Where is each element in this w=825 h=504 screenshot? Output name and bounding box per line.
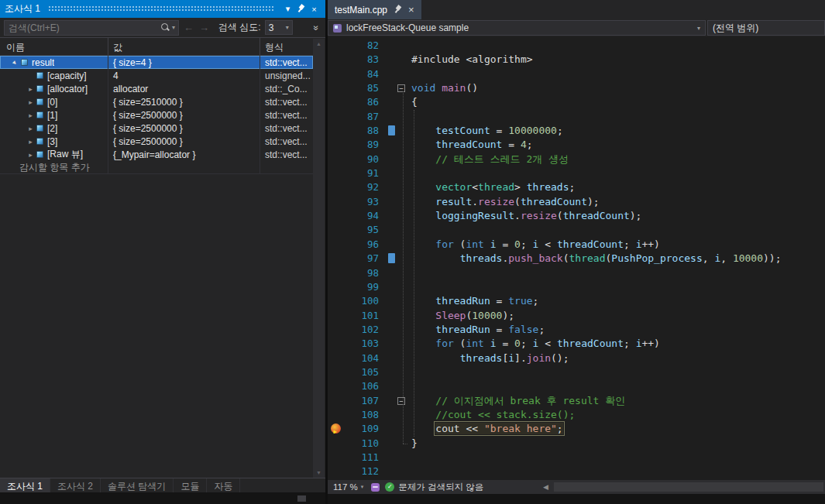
variable-icon (36, 98, 43, 105)
code-line[interactable]: 82 (328, 39, 825, 53)
close-icon[interactable]: × (408, 4, 414, 15)
current-statement-icon[interactable] (331, 423, 341, 434)
expand-arrow-icon[interactable]: ▸ (26, 151, 35, 159)
column-header-value[interactable]: 값 (108, 38, 260, 55)
margin-spacer (379, 223, 387, 237)
fold-margin (397, 67, 408, 81)
search-input[interactable] (5, 22, 160, 33)
code-text: loggingResult.resize(threadCount); (408, 209, 825, 223)
change-marker-icon (388, 253, 395, 263)
change-margin (387, 266, 397, 280)
watch-column-headers: 이름 값 형식 (0, 38, 313, 56)
watch-row[interactable]: ▸result{ size=4 }std::vect... (0, 56, 313, 69)
line-number: 104 (345, 351, 379, 365)
panel-tab[interactable]: 조사식 1 (0, 478, 50, 492)
glyph-margin (328, 124, 345, 138)
expand-arrow-icon[interactable]: ▸ (26, 85, 35, 93)
watch-value: { size=2500000 } (108, 108, 260, 122)
expand-arrow-icon[interactable]: ▸ (26, 138, 35, 146)
panel-tab[interactable]: 솔루션 탐색기 (101, 478, 174, 492)
column-header-type[interactable]: 형식 (260, 38, 313, 55)
tab-testmain-cpp[interactable]: testMain.cpp × (328, 0, 421, 19)
expand-arrow-icon[interactable]: ▸ (26, 98, 35, 106)
watch-add-row[interactable]: 감시할 항목 추가 (0, 161, 313, 174)
watch-row[interactable]: ▸[3]{ size=2500000 }std::vect... (0, 135, 313, 148)
scroll-up-icon[interactable]: ▲ (316, 41, 321, 46)
change-margin (387, 138, 397, 152)
glyph-margin (328, 365, 345, 379)
watch-scrollbar[interactable]: ▲ ▼ (313, 39, 325, 478)
watch-row[interactable]: ▸[2]{ size=2500000 }std::vect... (0, 122, 313, 135)
watch-name-cell: 감시할 항목 추가 (0, 161, 108, 174)
no-issues-check-icon[interactable]: ✓ (385, 482, 394, 492)
code-area[interactable]: 8283#include <algorithm>8485−void main()… (328, 36, 825, 480)
pin-icon[interactable] (294, 3, 308, 15)
window-position-icon[interactable]: ▾ (281, 4, 294, 14)
watch-row[interactable]: ▸[0]{ size=2510000 }std::vect... (0, 95, 313, 108)
change-margin (387, 153, 397, 166)
margin-spacer (379, 351, 387, 365)
panel-tab[interactable]: 조사식 2 (50, 478, 101, 492)
editor-status-bar: 117 % ▾ ✓ 문제가 검색되지 않음 ◀ (328, 480, 825, 494)
code-line[interactable]: 112 (328, 465, 825, 478)
margin-spacer (379, 422, 387, 436)
horizontal-scrollbar[interactable] (554, 482, 823, 492)
watch-title-bar[interactable]: 조사식 1 ▾ × (0, 0, 325, 18)
code-text: for (int i = 0; i < threadCount; i++) (408, 337, 825, 351)
search-depth-label: 검색 심도: (218, 21, 261, 34)
margin-spacer (379, 153, 387, 166)
close-icon[interactable]: × (308, 5, 321, 14)
glyph-margin (328, 252, 345, 266)
toolbar-overflow-icon[interactable]: » (311, 22, 321, 33)
code-line[interactable]: 83#include <algorithm> (328, 53, 825, 67)
line-number: 97 (345, 252, 379, 266)
scope-dropdown[interactable]: (전역 범위) (707, 20, 825, 36)
margin-spacer (379, 408, 387, 422)
watch-row[interactable]: ▸[1]{ size=2500000 }std::vect... (0, 108, 313, 122)
search-options-chevron-icon[interactable]: ▾ (170, 24, 178, 31)
watch-rows: ▸result{ size=4 }std::vect...[capacity]4… (0, 56, 313, 174)
collapse-arrow-icon[interactable]: ▸ (9, 57, 21, 68)
code-text (408, 365, 825, 379)
watch-name-cell: ▸[0] (0, 95, 108, 108)
watch-name-cell: ▸[allocator] (0, 82, 108, 95)
search-back-icon[interactable]: ← (183, 22, 194, 33)
change-margin (387, 81, 397, 95)
pin-icon[interactable] (393, 4, 403, 16)
glyph-margin (328, 166, 345, 180)
cpp-project-icon (333, 24, 342, 33)
line-number: 110 (345, 437, 379, 451)
watch-name: result (32, 57, 54, 68)
search-forward-icon[interactable]: → (198, 22, 210, 33)
code-line[interactable]: 84 (328, 67, 825, 81)
collapse-region-icon[interactable]: − (397, 397, 405, 405)
panel-tab[interactable]: 자동 (207, 478, 240, 492)
scroll-down-icon[interactable]: ▼ (316, 470, 321, 475)
margin-spacer (379, 81, 387, 95)
zoom-level[interactable]: 117 % (328, 482, 361, 492)
change-margin (387, 209, 397, 223)
code-line[interactable]: 111 (328, 451, 825, 465)
project-dropdown[interactable]: lockFreeStack-Queue sample ▾ (328, 20, 706, 36)
glyph-margin (328, 309, 345, 323)
expand-arrow-icon[interactable]: ▸ (26, 111, 35, 119)
hscroll-left-icon[interactable]: ◀ (543, 483, 548, 491)
search-icon[interactable] (160, 22, 170, 33)
health-indicator-icon[interactable] (371, 483, 380, 492)
watch-row[interactable]: [capacity]4unsigned... (0, 69, 313, 82)
margin-spacer (379, 280, 387, 294)
change-margin (387, 422, 397, 436)
code-text: // 테스트 스레드 2개 생성 (408, 153, 825, 166)
column-header-name[interactable]: 이름 (0, 38, 108, 55)
watch-row[interactable]: ▸[allocator]allocatorstd::_Co... (0, 82, 313, 95)
expand-arrow-icon[interactable]: ▸ (26, 125, 35, 132)
drag-grip[interactable] (48, 5, 273, 12)
search-depth-select[interactable]: 3 ▾ (265, 20, 293, 35)
watch-type: unsigned... (260, 69, 313, 82)
collapse-region-icon[interactable]: − (397, 84, 405, 92)
glyph-margin (328, 294, 345, 308)
watch-row[interactable]: ▸[Raw 뷰]{_Mypair=allocator }std::vect... (0, 148, 313, 161)
code-text: cout << "break here"; (408, 422, 825, 436)
panel-tab[interactable]: 모듈 (174, 478, 207, 492)
watch-type: std::vect... (260, 108, 313, 122)
